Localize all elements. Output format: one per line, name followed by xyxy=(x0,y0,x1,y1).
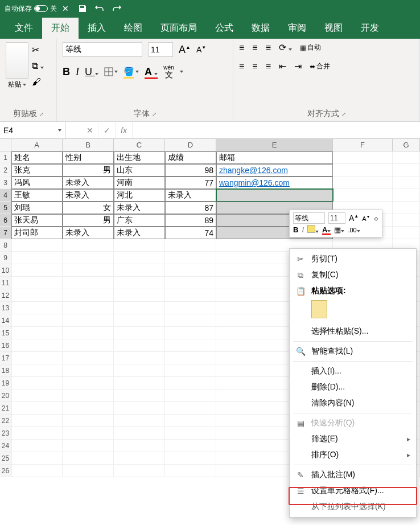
row-header[interactable]: 20 xyxy=(0,389,11,402)
cell[interactable]: wangmin@126.com xyxy=(216,177,333,189)
cm-clear[interactable]: 清除内容(N) xyxy=(290,395,416,411)
row-header[interactable]: 13 xyxy=(0,302,11,314)
cancel-formula-icon[interactable]: ✕ xyxy=(81,122,98,138)
mini-decrease-font-icon[interactable]: A▼ xyxy=(362,215,370,222)
row-header[interactable]: 9 xyxy=(0,252,11,264)
row-header[interactable]: 22 xyxy=(0,415,11,427)
format-painter-icon[interactable]: 🖌 xyxy=(32,77,44,87)
cell[interactable] xyxy=(393,202,420,214)
cell[interactable] xyxy=(393,177,420,189)
cell[interactable] xyxy=(63,389,114,402)
cm-sort[interactable]: 排序(O) xyxy=(290,447,416,463)
tab-page-layout[interactable]: 页面布局 xyxy=(151,18,206,39)
cell[interactable] xyxy=(63,415,114,427)
cell[interactable] xyxy=(11,465,63,477)
select-all-corner[interactable] xyxy=(0,139,11,151)
cell[interactable] xyxy=(63,277,114,289)
cell[interactable] xyxy=(165,239,216,252)
cell[interactable] xyxy=(11,364,63,377)
cell[interactable] xyxy=(114,314,165,327)
row-header[interactable]: 25 xyxy=(0,452,11,465)
cell[interactable] xyxy=(333,177,393,189)
cell[interactable] xyxy=(63,339,114,352)
cell[interactable] xyxy=(114,339,165,352)
mini-font-color-button[interactable]: A xyxy=(322,225,331,234)
cell[interactable] xyxy=(393,164,420,177)
cell[interactable]: 出生地 xyxy=(114,151,165,164)
cell[interactable]: 女 xyxy=(63,202,114,214)
cell[interactable] xyxy=(114,289,165,302)
cell[interactable] xyxy=(114,389,165,402)
cell[interactable] xyxy=(11,289,63,302)
row-header[interactable]: 11 xyxy=(0,277,11,289)
col-header-F[interactable]: F xyxy=(333,139,393,151)
cell[interactable]: 98 xyxy=(165,164,216,177)
row-header[interactable]: 2 xyxy=(0,164,11,177)
cell[interactable] xyxy=(165,327,216,339)
mini-bold-button[interactable]: B xyxy=(293,225,298,234)
cell[interactable] xyxy=(11,277,63,289)
tab-dev[interactable]: 开发 xyxy=(352,18,388,39)
cm-filter[interactable]: 筛选(E) xyxy=(290,431,416,447)
col-header-C[interactable]: C xyxy=(114,139,165,151)
decrease-font-icon[interactable]: A▼ xyxy=(196,45,206,54)
cell[interactable]: 男 xyxy=(63,164,114,177)
cell[interactable] xyxy=(165,252,216,264)
cell[interactable] xyxy=(11,252,63,264)
italic-button[interactable]: I xyxy=(76,66,79,78)
cell[interactable]: 冯风 xyxy=(11,177,63,189)
cell[interactable]: 张克 xyxy=(11,164,63,177)
mini-italic-button[interactable]: I xyxy=(302,225,304,234)
cell[interactable] xyxy=(114,277,165,289)
cell[interactable] xyxy=(165,440,216,452)
orientation-icon[interactable]: ⟳ xyxy=(279,42,292,53)
font-launcher-icon[interactable]: ⤢ xyxy=(152,111,157,117)
cell[interactable] xyxy=(114,427,165,440)
formula-input[interactable] xyxy=(133,122,420,138)
cm-paste-special[interactable]: 选择性粘贴(S)... xyxy=(290,323,416,339)
cell[interactable] xyxy=(11,440,63,452)
cell[interactable] xyxy=(114,465,165,477)
wrap-text-button[interactable]: ▦自动 xyxy=(300,43,321,52)
cell[interactable] xyxy=(333,164,393,177)
cell[interactable] xyxy=(11,239,63,252)
row-header[interactable]: 15 xyxy=(0,327,11,339)
mini-borders-button[interactable]: ▦ xyxy=(334,225,344,234)
cell[interactable] xyxy=(165,289,216,302)
autosave-toggle[interactable]: 自动保存 关 xyxy=(5,4,57,14)
row-header[interactable]: 14 xyxy=(0,314,11,327)
redo-icon[interactable] xyxy=(108,0,125,17)
cell[interactable] xyxy=(165,277,216,289)
save-icon[interactable] xyxy=(74,0,91,17)
cell[interactable] xyxy=(11,389,63,402)
cell[interactable]: 邮箱 xyxy=(216,151,333,164)
cut-icon[interactable]: ✂ xyxy=(32,44,44,55)
mini-format-painter-icon[interactable]: ⟐ xyxy=(374,214,378,223)
cell[interactable]: 广东 xyxy=(114,214,165,227)
col-header-B[interactable]: B xyxy=(63,139,114,151)
cell[interactable] xyxy=(63,364,114,377)
cell[interactable]: 封司郎 xyxy=(11,227,63,239)
name-box[interactable]: E4 xyxy=(0,122,65,138)
row-header[interactable]: 24 xyxy=(0,440,11,452)
tab-draw[interactable]: 绘图 xyxy=(115,18,151,39)
mini-number-format-button[interactable]: .00 xyxy=(348,227,360,233)
cell[interactable]: 刘琨 xyxy=(11,202,63,214)
row-header[interactable]: 8 xyxy=(0,239,11,252)
align-top-icon[interactable]: ≡ xyxy=(239,43,244,53)
tab-formulas[interactable]: 公式 xyxy=(206,18,242,39)
cell[interactable]: 未录入 xyxy=(63,177,114,189)
cell[interactable]: 河北 xyxy=(114,189,165,202)
row-header[interactable]: 7 xyxy=(0,227,11,239)
copy-icon[interactable]: ⧉ xyxy=(32,61,44,71)
name-box-dropdown-icon[interactable] xyxy=(58,129,61,132)
col-header-E[interactable]: E xyxy=(216,139,333,151)
bold-button[interactable]: B xyxy=(63,66,70,78)
cell[interactable] xyxy=(165,402,216,415)
font-name-select[interactable] xyxy=(63,42,142,57)
cell[interactable] xyxy=(63,302,114,314)
row-header[interactable]: 23 xyxy=(0,427,11,440)
cell[interactable] xyxy=(165,377,216,389)
align-right-icon[interactable]: ≡ xyxy=(266,61,271,72)
mini-font-size[interactable] xyxy=(328,212,345,224)
